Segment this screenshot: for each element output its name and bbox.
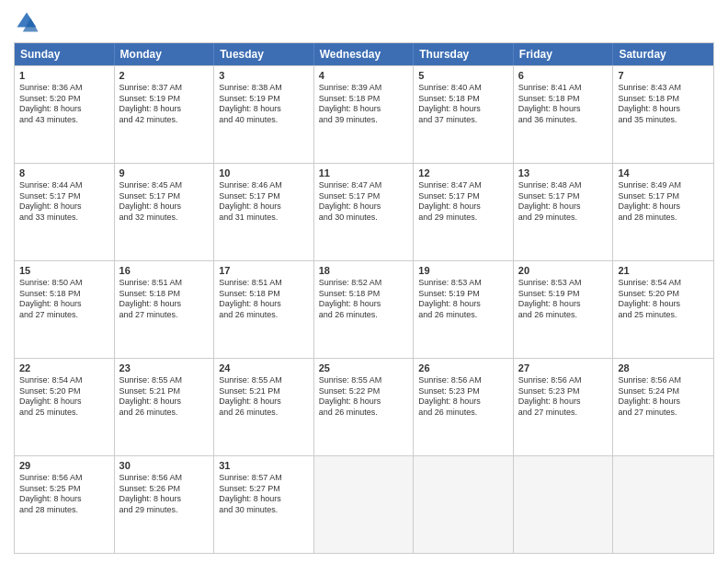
cell-info: Sunrise: 8:55 AMSunset: 5:21 PMDaylight:… [219,375,309,419]
day-number: 26 [418,362,508,373]
cell-info: Sunrise: 8:56 AMSunset: 5:26 PMDaylight:… [119,473,210,516]
weekday-header: Sunday [15,43,115,65]
calendar-row: 15Sunrise: 8:50 AMSunset: 5:18 PMDayligh… [15,260,713,358]
day-number: 25 [319,362,409,373]
day-number: 13 [518,167,609,178]
calendar-cell: 3Sunrise: 8:38 AMSunset: 5:19 PMDaylight… [214,66,314,163]
calendar-cell: 30Sunrise: 8:56 AMSunset: 5:26 PMDayligh… [115,456,215,553]
day-number: 29 [19,460,109,471]
cell-info: Sunrise: 8:57 AMSunset: 5:27 PMDaylight:… [219,473,309,516]
calendar-cell: 12Sunrise: 8:47 AMSunset: 5:17 PMDayligh… [414,164,514,260]
calendar-cell: 25Sunrise: 8:55 AMSunset: 5:22 PMDayligh… [314,359,415,455]
calendar-cell: 10Sunrise: 8:46 AMSunset: 5:17 PMDayligh… [214,164,314,260]
cell-info: Sunrise: 8:56 AMSunset: 5:23 PMDaylight:… [518,375,609,419]
day-number: 24 [219,362,309,373]
calendar-cell: 17Sunrise: 8:51 AMSunset: 5:18 PMDayligh… [214,261,314,358]
calendar-cell: 8Sunrise: 8:44 AMSunset: 5:17 PMDaylight… [15,164,115,260]
weekday-header: Monday [115,43,215,65]
day-number: 2 [119,70,210,81]
day-number: 1 [19,70,109,81]
calendar-cell: 24Sunrise: 8:55 AMSunset: 5:21 PMDayligh… [214,359,314,455]
cell-info: Sunrise: 8:51 AMSunset: 5:18 PMDaylight:… [119,278,210,321]
day-number: 5 [418,70,508,81]
day-number: 18 [319,265,409,276]
cell-info: Sunrise: 8:37 AMSunset: 5:19 PMDaylight:… [119,83,210,126]
cell-info: Sunrise: 8:54 AMSunset: 5:20 PMDaylight:… [618,278,709,321]
day-number: 21 [618,265,709,276]
calendar-cell: 5Sunrise: 8:40 AMSunset: 5:18 PMDaylight… [414,66,514,163]
cell-info: Sunrise: 8:47 AMSunset: 5:17 PMDaylight:… [319,180,409,224]
cell-info: Sunrise: 8:55 AMSunset: 5:21 PMDaylight:… [119,375,210,419]
cell-info: Sunrise: 8:44 AMSunset: 5:17 PMDaylight:… [19,180,109,224]
calendar-row: 1Sunrise: 8:36 AMSunset: 5:20 PMDaylight… [15,65,713,163]
calendar-cell: 4Sunrise: 8:39 AMSunset: 5:18 PMDaylight… [314,66,415,163]
cell-info: Sunrise: 8:50 AMSunset: 5:18 PMDaylight:… [19,278,109,321]
day-number: 10 [219,167,309,178]
calendar-cell: 13Sunrise: 8:48 AMSunset: 5:17 PMDayligh… [514,164,614,260]
calendar-row: 29Sunrise: 8:56 AMSunset: 5:25 PMDayligh… [15,455,713,553]
calendar-cell: 18Sunrise: 8:52 AMSunset: 5:18 PMDayligh… [314,261,415,358]
cell-info: Sunrise: 8:54 AMSunset: 5:20 PMDaylight:… [19,375,109,419]
day-number: 31 [219,460,309,471]
cell-info: Sunrise: 8:52 AMSunset: 5:18 PMDaylight:… [319,278,409,321]
day-number: 16 [119,265,210,276]
calendar-cell: 29Sunrise: 8:56 AMSunset: 5:25 PMDayligh… [15,456,115,553]
day-number: 17 [219,265,309,276]
cell-info: Sunrise: 8:38 AMSunset: 5:19 PMDaylight:… [219,83,309,126]
cell-info: Sunrise: 8:45 AMSunset: 5:17 PMDaylight:… [119,180,210,224]
calendar-cell: 26Sunrise: 8:56 AMSunset: 5:23 PMDayligh… [414,359,514,455]
calendar-cell: 9Sunrise: 8:45 AMSunset: 5:17 PMDaylight… [115,164,215,260]
day-number: 15 [19,265,109,276]
calendar-cell: 7Sunrise: 8:43 AMSunset: 5:18 PMDaylight… [613,66,713,163]
calendar-cell: 1Sunrise: 8:36 AMSunset: 5:20 PMDaylight… [15,66,115,163]
calendar-cell: 27Sunrise: 8:56 AMSunset: 5:23 PMDayligh… [514,359,614,455]
weekday-header: Friday [514,43,614,65]
calendar: SundayMondayTuesdayWednesdayThursdayFrid… [14,42,714,554]
calendar-cell [314,456,415,553]
day-number: 28 [618,362,709,373]
cell-info: Sunrise: 8:47 AMSunset: 5:17 PMDaylight:… [418,180,508,224]
logo [14,9,43,35]
calendar-cell: 2Sunrise: 8:37 AMSunset: 5:19 PMDaylight… [115,66,215,163]
calendar-header: SundayMondayTuesdayWednesdayThursdayFrid… [15,43,713,65]
weekday-header: Saturday [613,43,713,65]
day-number: 23 [119,362,210,373]
weekday-header: Wednesday [314,43,415,65]
day-number: 4 [319,70,409,81]
day-number: 20 [518,265,609,276]
calendar-cell: 6Sunrise: 8:41 AMSunset: 5:18 PMDaylight… [514,66,614,163]
weekday-header: Thursday [414,43,514,65]
calendar-cell: 22Sunrise: 8:54 AMSunset: 5:20 PMDayligh… [15,359,115,455]
day-number: 9 [119,167,210,178]
calendar-row: 22Sunrise: 8:54 AMSunset: 5:20 PMDayligh… [15,358,713,455]
header [14,9,714,35]
calendar-cell [613,456,713,553]
day-number: 11 [319,167,409,178]
cell-info: Sunrise: 8:56 AMSunset: 5:25 PMDaylight:… [19,473,109,516]
weekday-header: Tuesday [214,43,314,65]
cell-info: Sunrise: 8:41 AMSunset: 5:18 PMDaylight:… [518,83,609,126]
day-number: 22 [19,362,109,373]
day-number: 3 [219,70,309,81]
logo-icon [14,9,40,35]
day-number: 19 [418,265,508,276]
cell-info: Sunrise: 8:36 AMSunset: 5:20 PMDaylight:… [19,83,109,126]
calendar-cell: 28Sunrise: 8:56 AMSunset: 5:24 PMDayligh… [613,359,713,455]
day-number: 30 [119,460,210,471]
cell-info: Sunrise: 8:48 AMSunset: 5:17 PMDaylight:… [518,180,609,224]
day-number: 8 [19,167,109,178]
cell-info: Sunrise: 8:51 AMSunset: 5:18 PMDaylight:… [219,278,309,321]
cell-info: Sunrise: 8:56 AMSunset: 5:23 PMDaylight:… [418,375,508,419]
cell-info: Sunrise: 8:49 AMSunset: 5:17 PMDaylight:… [618,180,709,224]
day-number: 6 [518,70,609,81]
day-number: 27 [518,362,609,373]
calendar-cell: 23Sunrise: 8:55 AMSunset: 5:21 PMDayligh… [115,359,215,455]
calendar-body: 1Sunrise: 8:36 AMSunset: 5:20 PMDaylight… [15,65,713,553]
cell-info: Sunrise: 8:55 AMSunset: 5:22 PMDaylight:… [319,375,409,419]
cell-info: Sunrise: 8:46 AMSunset: 5:17 PMDaylight:… [219,180,309,224]
calendar-cell: 15Sunrise: 8:50 AMSunset: 5:18 PMDayligh… [15,261,115,358]
cell-info: Sunrise: 8:53 AMSunset: 5:19 PMDaylight:… [518,278,609,321]
day-number: 7 [618,70,709,81]
calendar-cell [514,456,614,553]
calendar-cell [414,456,514,553]
